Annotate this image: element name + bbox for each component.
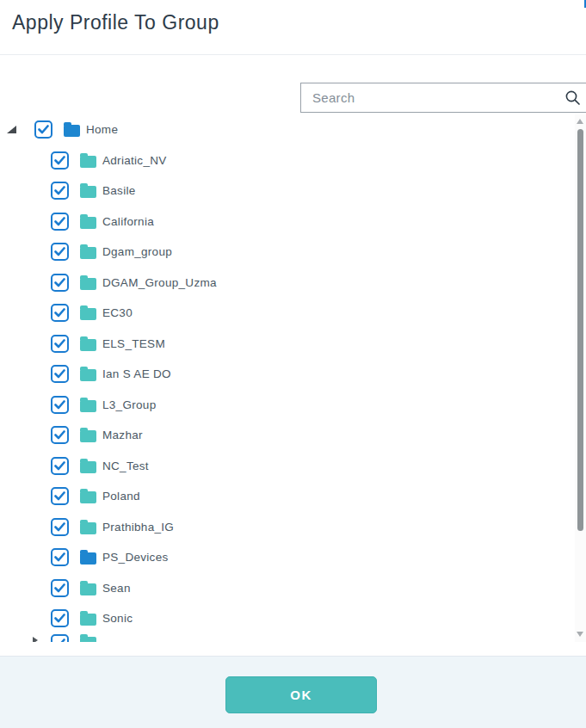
checkbox-checked[interactable]	[51, 487, 69, 505]
tree-row[interactable]: Mazhar	[0, 420, 575, 451]
tree-row-clipped[interactable]	[0, 631, 575, 642]
folder-icon	[80, 369, 96, 381]
ok-button[interactable]: OK	[225, 676, 377, 713]
tree-row-label: ELS_TESM	[102, 337, 165, 350]
folder-icon	[80, 552, 96, 565]
tree-row-label: Sonic	[102, 612, 133, 625]
tree-row[interactable]: Prathibha_IG	[0, 512, 575, 543]
tree-row-label: Dgam_group	[102, 245, 172, 258]
checkbox-checked[interactable]	[51, 548, 69, 566]
checkbox-checked[interactable]	[51, 243, 69, 261]
checkbox-checked[interactable]	[51, 213, 69, 231]
scroll-down-arrow-icon[interactable]	[577, 632, 583, 637]
tree-row-label: Prathibha_IG	[102, 521, 174, 534]
tree-row[interactable]: Sean	[0, 573, 575, 604]
expander-collapsed-icon[interactable]	[33, 637, 38, 642]
folder-icon	[80, 156, 96, 168]
checkbox-checked[interactable]	[51, 396, 69, 414]
group-tree: Home Adriatic_NV Basile California Dgam_…	[0, 114, 575, 642]
checkbox-checked[interactable]	[34, 120, 52, 139]
folder-icon	[80, 278, 96, 290]
search-input[interactable]	[301, 90, 558, 105]
tree-row-label: Adriatic_NV	[102, 154, 167, 167]
checkbox-checked[interactable]	[51, 609, 69, 627]
tree-row-label: California	[102, 215, 154, 228]
folder-icon	[80, 430, 96, 442]
tree-row[interactable]: Poland	[0, 481, 575, 512]
tree-row[interactable]: L3_Group	[0, 390, 575, 421]
checkbox-checked[interactable]	[51, 518, 69, 536]
tree-row-label: EC30	[102, 306, 133, 319]
tree-row-label: L3_Group	[102, 398, 156, 411]
tree-row-label: Home	[86, 123, 118, 136]
folder-icon	[80, 400, 96, 412]
checkbox-checked[interactable]	[51, 426, 69, 444]
expander-expanded-icon[interactable]	[7, 126, 16, 133]
checkbox-checked[interactable]	[51, 634, 69, 642]
folder-icon	[80, 461, 96, 473]
folder-icon	[80, 583, 96, 595]
page-title: Apply Profile To Group	[12, 11, 219, 34]
tree-row-label: Basile	[102, 184, 136, 197]
checkbox-checked[interactable]	[51, 274, 69, 292]
scrollbar-thumb[interactable]	[577, 129, 583, 531]
tree-row-label: DGAM_Group_Uzma	[102, 276, 217, 289]
folder-icon	[80, 637, 96, 642]
checkbox-checked[interactable]	[51, 579, 69, 597]
scroll-up-arrow-icon[interactable]	[577, 119, 583, 124]
apply-profile-to-group-dialog: Apply Profile To Group Home Adriatic	[0, 0, 586, 728]
checkbox-checked[interactable]	[51, 151, 69, 170]
tree-row[interactable]: Basile	[0, 176, 575, 207]
folder-icon	[80, 614, 96, 626]
folder-icon	[80, 217, 96, 229]
tree-row[interactable]: NC_Test	[0, 451, 575, 482]
folder-icon	[80, 186, 96, 198]
checkbox-checked[interactable]	[51, 457, 69, 475]
tree-row[interactable]: Adriatic_NV	[0, 145, 575, 176]
folder-icon	[80, 247, 96, 259]
dialog-footer: OK	[0, 656, 586, 728]
folder-icon	[80, 308, 96, 320]
folder-icon	[80, 522, 96, 534]
tree-row[interactable]: Dgam_group	[0, 237, 575, 268]
tree-row[interactable]: California	[0, 207, 575, 238]
tree-row-label: Ian S AE DO	[102, 367, 171, 380]
tree-row-label: NC_Test	[102, 460, 149, 472]
checkbox-checked[interactable]	[51, 304, 69, 322]
tree-row[interactable]: DGAM_Group_Uzma	[0, 268, 575, 299]
checkbox-checked[interactable]	[51, 365, 69, 383]
tree-row[interactable]: PS_Devices	[0, 542, 575, 573]
folder-icon	[80, 339, 96, 351]
tree-row[interactable]: Ian S AE DO	[0, 359, 575, 390]
folder-icon	[64, 125, 80, 137]
tree-row[interactable]: ELS_TESM	[0, 329, 575, 360]
tree-row-label: Poland	[102, 490, 140, 503]
vertical-scrollbar[interactable]	[575, 114, 586, 642]
folder-icon	[80, 491, 96, 503]
checkbox-checked[interactable]	[51, 335, 69, 353]
header-divider	[0, 54, 586, 55]
search-icon[interactable]	[558, 89, 586, 106]
tree-row[interactable]: EC30	[0, 298, 575, 329]
tree-row-label: Mazhar	[102, 429, 143, 441]
checkbox-checked[interactable]	[51, 182, 69, 200]
tree-row-label: PS_Devices	[102, 551, 169, 564]
tree-row-label: Sean	[102, 582, 131, 595]
tree-row[interactable]: Sonic	[0, 603, 575, 634]
search-box	[300, 83, 586, 113]
tree-row-home[interactable]: Home	[0, 114, 575, 145]
